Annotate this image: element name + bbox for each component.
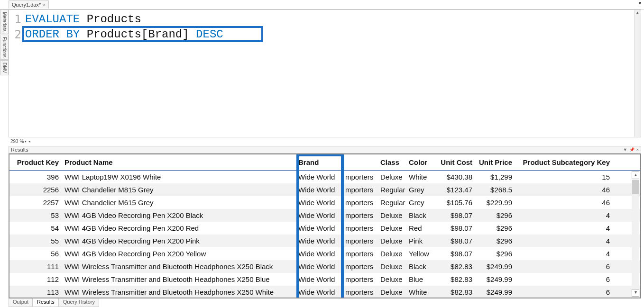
zoom-indicator[interactable]: 293 % ▾ ◂ — [9, 138, 32, 144]
cell: 6 — [515, 288, 614, 296]
cell: mporters — [342, 275, 377, 283]
table-row[interactable]: 112WWI Wireless Transmitter and Bluetoot… — [9, 273, 640, 286]
cell: 55 — [9, 237, 62, 245]
file-tab-bar: Query1.dax* × ▼ — [0, 0, 644, 9]
cell: White — [406, 173, 433, 181]
cell: Regular — [377, 199, 406, 207]
table-row[interactable]: 54WWI 4GB Video Recording Pen X200 RedWi… — [9, 222, 640, 235]
table-row[interactable]: 396WWI Laptop19W X0196 WhiteWide Worldmp… — [9, 171, 640, 183]
panel-close-icon[interactable]: × — [636, 147, 639, 152]
results-grid: Product Key Product Name Brand Class Col… — [9, 154, 641, 298]
col-brand[interactable]: Brand — [296, 158, 342, 166]
cell: $82.83 — [433, 275, 475, 283]
panel-dropdown-icon[interactable]: ▼ — [623, 147, 627, 152]
col-class[interactable]: Class — [377, 158, 406, 166]
cell: 4 — [515, 224, 614, 232]
cell: $82.83 — [433, 288, 475, 296]
col-unit-cost[interactable]: Unit Cost — [433, 158, 475, 166]
cell: mporters — [342, 173, 377, 181]
cell: Wide World — [296, 186, 342, 194]
cell: 113 — [9, 288, 62, 296]
cell: mporters — [342, 224, 377, 232]
cell: Wide World — [296, 275, 342, 283]
file-tab[interactable]: Query1.dax* × — [9, 0, 49, 9]
cell: mporters — [342, 288, 377, 296]
code-editor[interactable]: 12 EVALUATE ProductsORDER BY Products[Br… — [9, 9, 641, 137]
cell: WWI Wireless Transmitter and Bluetooth H… — [62, 288, 296, 296]
cell: WWI 4GB Video Recording Pen X200 Pink — [62, 237, 296, 245]
cell: $1,299 — [475, 173, 515, 181]
table-row[interactable]: 56WWI 4GB Video Recording Pen X200 Yello… — [9, 247, 640, 260]
code-line[interactable]: ORDER BY Products[Brand] DESC — [25, 27, 634, 42]
scroll-up-icon[interactable]: ▴ — [632, 172, 639, 179]
cell: Deluxe — [377, 237, 406, 245]
cell: Regular — [377, 186, 406, 194]
file-tab-label: Query1.dax* — [12, 2, 41, 8]
code-line[interactable]: EVALUATE Products — [25, 12, 634, 27]
scroll-up-icon[interactable]: ▴ — [635, 10, 641, 17]
zoom-left-icon[interactable]: ◂ — [28, 139, 30, 144]
cell: 112 — [9, 275, 62, 283]
zoom-label: 293 % — [10, 139, 24, 144]
table-row[interactable]: 55WWI 4GB Video Recording Pen X200 PinkW… — [9, 235, 640, 247]
results-panel-title: Results — [11, 147, 28, 153]
cell: Wide World — [296, 250, 342, 258]
cell: $296 — [475, 224, 515, 232]
cell: Black — [406, 211, 433, 219]
editor-body[interactable]: EVALUATE ProductsORDER BY Products[Brand… — [23, 10, 634, 137]
cell: $249.99 — [475, 288, 515, 296]
table-row[interactable]: 113WWI Wireless Transmitter and Bluetoot… — [9, 286, 640, 298]
side-tab-metadata[interactable]: Metadata — [0, 9, 9, 34]
table-row[interactable]: 2256WWI Chandelier M815 GreyWide Worldmp… — [9, 183, 640, 196]
cell: 46 — [515, 199, 614, 207]
cell: WWI 4GB Video Recording Pen X200 Red — [62, 224, 296, 232]
side-tab-bar: Metadata Functions DMV — [0, 9, 9, 142]
tab-query-history[interactable]: Query History — [59, 298, 99, 307]
cell: mporters — [342, 211, 377, 219]
cell: 2256 — [9, 186, 62, 194]
scroll-down-icon[interactable]: ▾ — [632, 289, 639, 297]
cell: WWI 4GB Video Recording Pen X200 Yellow — [62, 250, 296, 258]
results-panel-header: Results ▼ 📌 × — [9, 146, 641, 154]
cell: $123.47 — [433, 186, 475, 194]
col-color[interactable]: Color — [406, 158, 433, 166]
cell: Deluxe — [377, 288, 406, 296]
cell: 56 — [9, 250, 62, 258]
cell: WWI Wireless Transmitter and Bluetooth H… — [62, 275, 296, 283]
col-unit-price[interactable]: Unit Price — [475, 158, 515, 166]
editor-gutter: 12 — [9, 10, 23, 137]
panel-pin-icon[interactable]: 📌 — [629, 147, 635, 152]
cell: Pink — [406, 237, 433, 245]
bottom-tab-bar: Output Results Query History — [9, 298, 99, 307]
cell: mporters — [342, 199, 377, 207]
table-row[interactable]: 111WWI Wireless Transmitter and Bluetoot… — [9, 260, 640, 273]
side-tab-dmv[interactable]: DMV — [0, 60, 9, 75]
cell: Grey — [406, 199, 433, 207]
cell: 111 — [9, 262, 62, 271]
cell: 54 — [9, 224, 62, 232]
cell: 4 — [515, 237, 614, 245]
cell: Wide World — [296, 237, 342, 245]
cell: mporters — [342, 262, 377, 271]
cell: $229.99 — [475, 199, 515, 207]
cell: $430.38 — [433, 173, 475, 181]
scroll-thumb[interactable] — [632, 180, 639, 194]
editor-scrollbar[interactable]: ▴ — [634, 10, 641, 137]
col-product-name[interactable]: Product Name — [62, 158, 296, 166]
tab-output[interactable]: Output — [9, 298, 33, 307]
zoom-dropdown-icon[interactable]: ▾ — [25, 139, 27, 144]
col-product-key[interactable]: Product Key — [9, 158, 62, 166]
tab-overflow-dropdown-icon[interactable]: ▼ — [638, 1, 642, 6]
cell: Wide World — [296, 199, 342, 207]
table-row[interactable]: 2257WWI Chandelier M615 GreyWide Worldmp… — [9, 196, 640, 209]
tab-results[interactable]: Results — [33, 298, 59, 307]
cell: 4 — [515, 250, 614, 258]
table-row[interactable]: 53WWI 4GB Video Recording Pen X200 Black… — [9, 209, 640, 222]
grid-scrollbar[interactable]: ▴ ▾ — [632, 172, 639, 297]
close-icon[interactable]: × — [43, 2, 46, 8]
cell: $98.07 — [433, 250, 475, 258]
cell: 15 — [515, 173, 614, 181]
side-tab-functions[interactable]: Functions — [0, 35, 9, 60]
cell: Wide World — [296, 262, 342, 271]
col-subcategory-key[interactable]: Product Subcategory Key — [515, 158, 614, 166]
